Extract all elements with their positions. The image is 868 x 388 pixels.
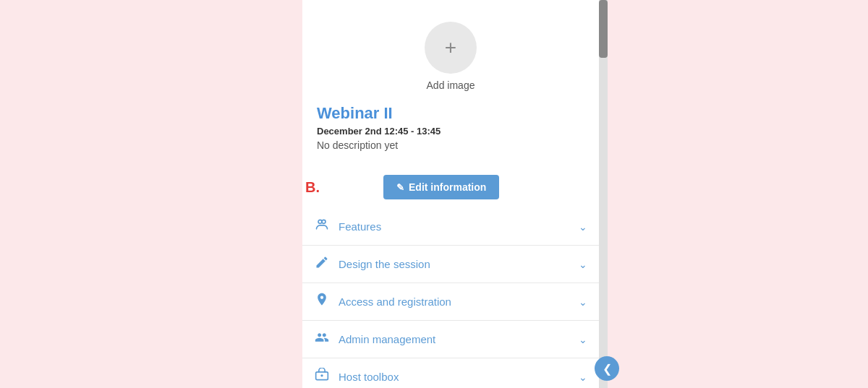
webinar-title: Webinar II: [302, 98, 599, 126]
design-icon: [314, 255, 330, 273]
menu-item-features[interactable]: Features ⌄: [302, 208, 599, 246]
svg-point-3: [320, 374, 323, 376]
design-label: Design the session: [339, 258, 430, 270]
admin-label: Admin management: [339, 333, 435, 345]
access-chevron: ⌄: [579, 296, 587, 308]
menu-list: Features ⌄ Design the session ⌄ Access a…: [302, 208, 599, 388]
webinar-description: No description yet: [302, 139, 599, 160]
edit-button-label: Edit information: [409, 181, 486, 193]
host-label: Host toolbox: [339, 371, 399, 383]
plus-icon: +: [445, 38, 456, 58]
add-image-label: Add image: [427, 79, 475, 91]
section-b-label: B.: [305, 179, 320, 196]
features-icon: [314, 217, 330, 236]
features-chevron: ⌄: [579, 221, 587, 233]
add-image-area: + Add image: [302, 0, 599, 98]
edit-icon: ✎: [396, 182, 404, 193]
menu-item-access[interactable]: Access and registration ⌄: [302, 283, 599, 321]
back-button[interactable]: ❮: [595, 356, 619, 381]
menu-item-design[interactable]: Design the session ⌄: [302, 246, 599, 283]
edit-information-button[interactable]: ✎ Edit information: [383, 175, 499, 199]
back-icon: ❮: [603, 362, 612, 376]
admin-chevron: ⌄: [579, 334, 587, 345]
access-label: Access and registration: [339, 296, 451, 308]
host-chevron: ⌄: [579, 371, 587, 383]
admin-icon: [314, 330, 330, 348]
features-label: Features: [339, 220, 381, 233]
webinar-date: December 2nd 12:45 - 13:45: [302, 126, 599, 139]
scrollbar-thumb[interactable]: [599, 0, 608, 58]
svg-point-1: [322, 220, 326, 223]
scrollbar[interactable]: [599, 0, 608, 388]
menu-item-host[interactable]: Host toolbox ⌄: [302, 358, 599, 388]
access-icon: [314, 293, 330, 311]
host-icon: [314, 368, 330, 386]
menu-item-admin[interactable]: Admin management ⌄: [302, 321, 599, 358]
design-chevron: ⌄: [579, 259, 587, 270]
add-image-button[interactable]: +: [425, 22, 477, 74]
